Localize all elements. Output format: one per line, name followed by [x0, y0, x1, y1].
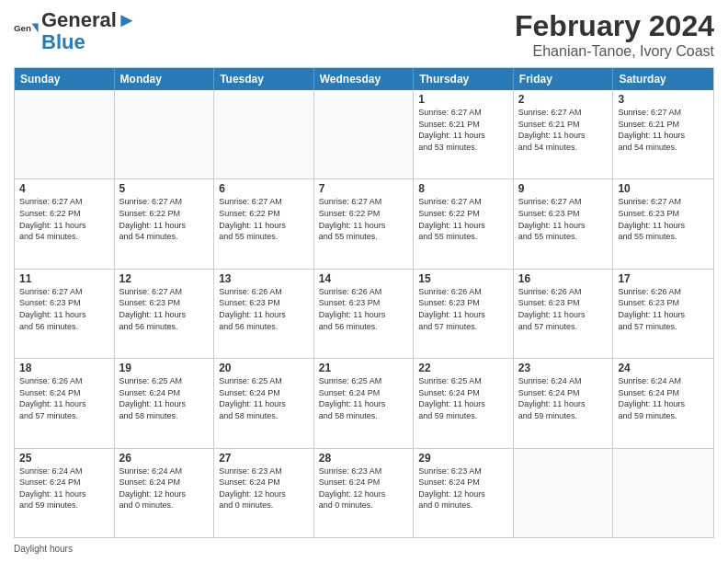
day-info: Sunrise: 6:25 AMSunset: 6:24 PMDaylight:… — [319, 375, 409, 421]
calendar-cell: 20Sunrise: 6:25 AMSunset: 6:24 PMDayligh… — [214, 359, 314, 447]
svg-marker-1 — [32, 24, 39, 33]
day-number: 11 — [19, 272, 109, 285]
title-block: February 2024 Ehanian-Tanoe, Ivory Coast — [515, 9, 714, 60]
day-info: Sunrise: 6:26 AMSunset: 6:24 PMDaylight:… — [19, 375, 109, 421]
location-subtitle: Ehanian-Tanoe, Ivory Coast — [515, 43, 714, 60]
day-number: 21 — [319, 362, 409, 374]
day-info: Sunrise: 6:25 AMSunset: 6:24 PMDaylight:… — [119, 375, 210, 421]
day-info: Sunrise: 6:27 AMSunset: 6:23 PMDaylight:… — [119, 286, 210, 332]
calendar-cell: 15Sunrise: 6:26 AMSunset: 6:23 PMDayligh… — [414, 270, 514, 358]
day-number: 17 — [618, 272, 709, 285]
logo-text: General►Blue — [41, 9, 137, 53]
calendar-cell: 3Sunrise: 6:27 AMSunset: 6:21 PMDaylight… — [613, 90, 713, 178]
calendar-cell: 25Sunrise: 6:24 AMSunset: 6:24 PMDayligh… — [15, 449, 115, 537]
day-number: 19 — [119, 362, 210, 374]
day-number: 3 — [618, 93, 709, 106]
calendar-cell: 5Sunrise: 6:27 AMSunset: 6:22 PMDaylight… — [115, 179, 215, 268]
calendar-row: 11Sunrise: 6:27 AMSunset: 6:23 PMDayligh… — [15, 269, 713, 358]
day-number: 10 — [618, 182, 709, 195]
calendar-cell: 17Sunrise: 6:26 AMSunset: 6:23 PMDayligh… — [613, 270, 713, 358]
day-info: Sunrise: 6:23 AMSunset: 6:24 PMDaylight:… — [219, 465, 309, 511]
calendar-cell — [15, 90, 115, 178]
day-info: Sunrise: 6:26 AMSunset: 6:23 PMDaylight:… — [219, 286, 309, 332]
calendar-cell: 11Sunrise: 6:27 AMSunset: 6:23 PMDayligh… — [15, 270, 115, 358]
day-number: 16 — [518, 272, 609, 285]
calendar-cell: 24Sunrise: 6:24 AMSunset: 6:24 PMDayligh… — [613, 359, 713, 447]
calendar-cell: 7Sunrise: 6:27 AMSunset: 6:22 PMDaylight… — [314, 179, 415, 268]
calendar-header-cell: Wednesday — [314, 68, 415, 90]
day-info: Sunrise: 6:27 AMSunset: 6:22 PMDaylight:… — [219, 196, 309, 242]
calendar-header-cell: Monday — [115, 68, 215, 90]
calendar-cell: 23Sunrise: 6:24 AMSunset: 6:24 PMDayligh… — [514, 359, 614, 447]
day-number: 1 — [418, 93, 508, 106]
day-info: Sunrise: 6:26 AMSunset: 6:23 PMDaylight:… — [518, 286, 609, 332]
calendar-cell: 13Sunrise: 6:26 AMSunset: 6:23 PMDayligh… — [214, 270, 314, 358]
day-number: 23 — [518, 362, 609, 374]
footer: Daylight hours — [14, 544, 714, 554]
day-info: Sunrise: 6:27 AMSunset: 6:22 PMDaylight:… — [19, 196, 109, 242]
day-info: Sunrise: 6:23 AMSunset: 6:24 PMDaylight:… — [319, 465, 409, 511]
calendar-cell: 26Sunrise: 6:24 AMSunset: 6:24 PMDayligh… — [115, 449, 215, 537]
day-number: 12 — [119, 272, 210, 285]
day-info: Sunrise: 6:27 AMSunset: 6:22 PMDaylight:… — [319, 196, 409, 242]
day-info: Sunrise: 6:27 AMSunset: 6:21 PMDaylight:… — [418, 107, 508, 153]
calendar-header-cell: Thursday — [414, 68, 514, 90]
day-number: 9 — [518, 182, 609, 195]
calendar-row: 1Sunrise: 6:27 AMSunset: 6:21 PMDaylight… — [15, 90, 713, 178]
day-number: 29 — [418, 452, 508, 465]
logo-icon: Gen — [14, 18, 40, 44]
calendar-cell: 4Sunrise: 6:27 AMSunset: 6:22 PMDaylight… — [15, 179, 115, 268]
day-info: Sunrise: 6:23 AMSunset: 6:24 PMDaylight:… — [418, 465, 508, 511]
day-info: Sunrise: 6:24 AMSunset: 6:24 PMDaylight:… — [518, 375, 609, 421]
day-number: 25 — [19, 452, 109, 465]
calendar-header: SundayMondayTuesdayWednesdayThursdayFrid… — [15, 68, 713, 90]
day-info: Sunrise: 6:27 AMSunset: 6:21 PMDaylight:… — [518, 107, 609, 153]
calendar-cell: 2Sunrise: 6:27 AMSunset: 6:21 PMDaylight… — [514, 90, 614, 178]
calendar-header-cell: Sunday — [15, 68, 115, 90]
calendar-cell: 14Sunrise: 6:26 AMSunset: 6:23 PMDayligh… — [314, 270, 415, 358]
logo: Gen General►Blue — [14, 9, 137, 53]
day-number: 22 — [418, 362, 508, 374]
month-title: February 2024 — [515, 9, 714, 43]
calendar-cell: 21Sunrise: 6:25 AMSunset: 6:24 PMDayligh… — [314, 359, 415, 447]
day-info: Sunrise: 6:26 AMSunset: 6:23 PMDaylight:… — [418, 286, 508, 332]
day-number: 14 — [319, 272, 409, 285]
calendar-cell: 6Sunrise: 6:27 AMSunset: 6:22 PMDaylight… — [214, 179, 314, 268]
calendar-header-cell: Saturday — [613, 68, 713, 90]
day-number: 4 — [19, 182, 109, 195]
day-number: 15 — [418, 272, 508, 285]
day-number: 27 — [219, 452, 309, 465]
calendar-cell: 22Sunrise: 6:25 AMSunset: 6:24 PMDayligh… — [414, 359, 514, 447]
calendar-cell: 28Sunrise: 6:23 AMSunset: 6:24 PMDayligh… — [314, 449, 415, 537]
footer-text: Daylight hours — [14, 544, 73, 554]
day-number: 13 — [219, 272, 309, 285]
day-info: Sunrise: 6:27 AMSunset: 6:23 PMDaylight:… — [19, 286, 109, 332]
calendar-cell: 29Sunrise: 6:23 AMSunset: 6:24 PMDayligh… — [414, 449, 514, 537]
day-info: Sunrise: 6:26 AMSunset: 6:23 PMDaylight:… — [319, 286, 409, 332]
calendar-cell: 9Sunrise: 6:27 AMSunset: 6:23 PMDaylight… — [514, 179, 614, 268]
page: Gen General►Blue February 2024 Ehanian-T… — [0, 0, 728, 563]
calendar-header-cell: Tuesday — [214, 68, 314, 90]
calendar-cell — [514, 449, 614, 537]
calendar-cell — [214, 90, 314, 178]
header: Gen General►Blue February 2024 Ehanian-T… — [14, 9, 714, 60]
calendar-body: 1Sunrise: 6:27 AMSunset: 6:21 PMDaylight… — [15, 90, 713, 537]
calendar-row: 4Sunrise: 6:27 AMSunset: 6:22 PMDaylight… — [15, 178, 713, 268]
calendar-cell — [613, 449, 713, 537]
calendar-cell: 10Sunrise: 6:27 AMSunset: 6:23 PMDayligh… — [613, 179, 713, 268]
day-number: 18 — [19, 362, 109, 374]
day-info: Sunrise: 6:27 AMSunset: 6:22 PMDaylight:… — [119, 196, 210, 242]
day-info: Sunrise: 6:24 AMSunset: 6:24 PMDaylight:… — [19, 465, 109, 511]
day-number: 5 — [119, 182, 210, 195]
calendar-cell: 16Sunrise: 6:26 AMSunset: 6:23 PMDayligh… — [514, 270, 614, 358]
day-info: Sunrise: 6:26 AMSunset: 6:23 PMDaylight:… — [618, 286, 709, 332]
day-info: Sunrise: 6:27 AMSunset: 6:23 PMDaylight:… — [518, 196, 609, 242]
day-info: Sunrise: 6:27 AMSunset: 6:21 PMDaylight:… — [618, 107, 709, 153]
day-number: 6 — [219, 182, 309, 195]
day-number: 8 — [418, 182, 508, 195]
day-info: Sunrise: 6:25 AMSunset: 6:24 PMDaylight:… — [418, 375, 508, 421]
day-info: Sunrise: 6:27 AMSunset: 6:23 PMDaylight:… — [618, 196, 709, 242]
calendar-row: 18Sunrise: 6:26 AMSunset: 6:24 PMDayligh… — [15, 358, 713, 447]
day-number: 26 — [119, 452, 210, 465]
day-info: Sunrise: 6:24 AMSunset: 6:24 PMDaylight:… — [618, 375, 709, 421]
